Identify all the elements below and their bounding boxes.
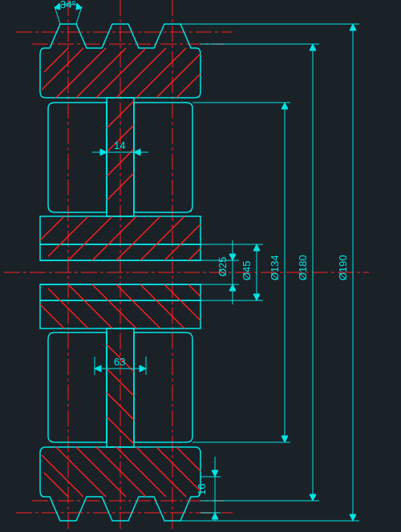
svg-marker-67 (212, 470, 218, 477)
svg-line-48 (164, 284, 200, 320)
svg-marker-82 (282, 103, 288, 109)
dim-bore-text: Ø25 (217, 256, 229, 276)
svg-marker-78 (253, 294, 260, 300)
svg-line-25 (116, 216, 160, 260)
svg-line-37 (176, 447, 200, 471)
svg-line-42 (40, 304, 64, 328)
svg-marker-83 (282, 436, 288, 442)
svg-line-21 (40, 216, 64, 240)
svg-line-15 (156, 54, 200, 98)
svg-line-45 (92, 284, 136, 328)
svg-marker-52 (55, 3, 60, 10)
svg-line-14 (136, 48, 186, 98)
dim-web-text: 14 (114, 139, 125, 151)
dim-hub-dia-text: Ø45 (241, 260, 253, 280)
dim-step-text: 16 (196, 484, 208, 495)
svg-line-12 (96, 48, 146, 98)
svg-marker-77 (253, 244, 260, 251)
svg-marker-58 (134, 149, 140, 155)
svg-line-28 (188, 248, 200, 260)
svg-line-26 (140, 216, 184, 260)
svg-line-30 (44, 473, 68, 497)
svg-line-10 (56, 48, 106, 98)
svg-marker-87 (310, 44, 316, 50)
svg-line-32 (76, 447, 126, 497)
svg-marker-63 (140, 365, 146, 372)
svg-line-16 (176, 74, 200, 98)
svg-marker-88 (310, 494, 316, 501)
svg-line-31 (56, 447, 106, 497)
svg-line-36 (156, 447, 200, 491)
svg-line-46 (116, 284, 160, 328)
cad-drawing: 34° 14 63 16 Ø25 (0, 0, 401, 532)
svg-marker-93 (350, 514, 356, 521)
svg-marker-72 (229, 254, 236, 260)
dim-hub-width-text: 63 (114, 356, 125, 368)
svg-marker-68 (212, 513, 218, 519)
svg-line-34 (116, 447, 166, 497)
svg-marker-73 (229, 284, 236, 291)
dim-inner-text: Ø134 (269, 255, 281, 280)
svg-marker-62 (95, 365, 101, 372)
svg-marker-92 (350, 24, 356, 30)
svg-line-47 (140, 284, 184, 328)
svg-line-33 (96, 447, 146, 497)
svg-line-23 (68, 216, 112, 260)
svg-line-11 (76, 48, 126, 98)
svg-line-24 (92, 216, 136, 260)
svg-marker-57 (100, 149, 107, 155)
svg-line-13 (116, 48, 166, 98)
dim-rim-text: Ø180 (297, 255, 309, 280)
svg-line-27 (164, 224, 200, 260)
svg-marker-53 (76, 3, 82, 10)
svg-line-20 (107, 173, 134, 200)
svg-line-9 (44, 48, 68, 72)
svg-line-49 (188, 284, 200, 296)
dim-outer-text: Ø190 (337, 255, 349, 280)
svg-line-35 (136, 447, 186, 497)
dim-angle-text: 34° (60, 0, 76, 10)
svg-line-44 (68, 284, 112, 328)
svg-line-19 (107, 149, 134, 176)
